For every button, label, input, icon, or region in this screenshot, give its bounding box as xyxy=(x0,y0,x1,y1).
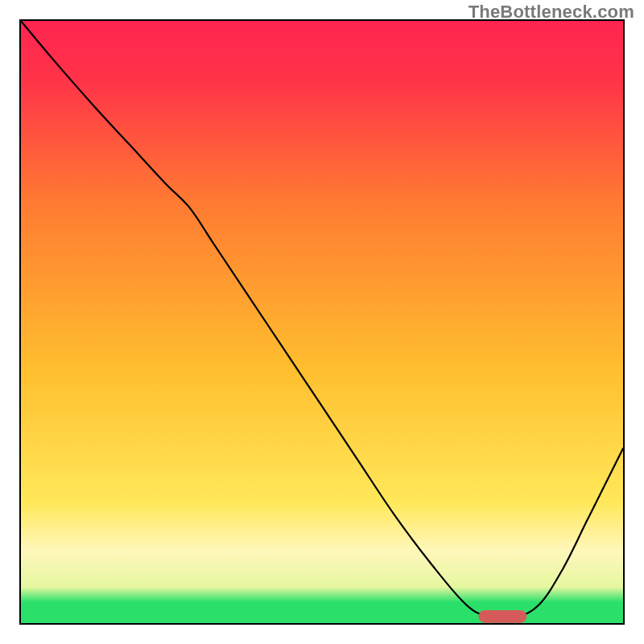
gradient-background xyxy=(21,21,623,623)
watermark-text: TheBottleneck.com xyxy=(469,2,634,23)
optimal-zone xyxy=(478,610,526,623)
chart-svg xyxy=(21,21,623,623)
plot-area xyxy=(19,19,625,625)
bottleneck-chart: TheBottleneck.com xyxy=(0,0,644,644)
